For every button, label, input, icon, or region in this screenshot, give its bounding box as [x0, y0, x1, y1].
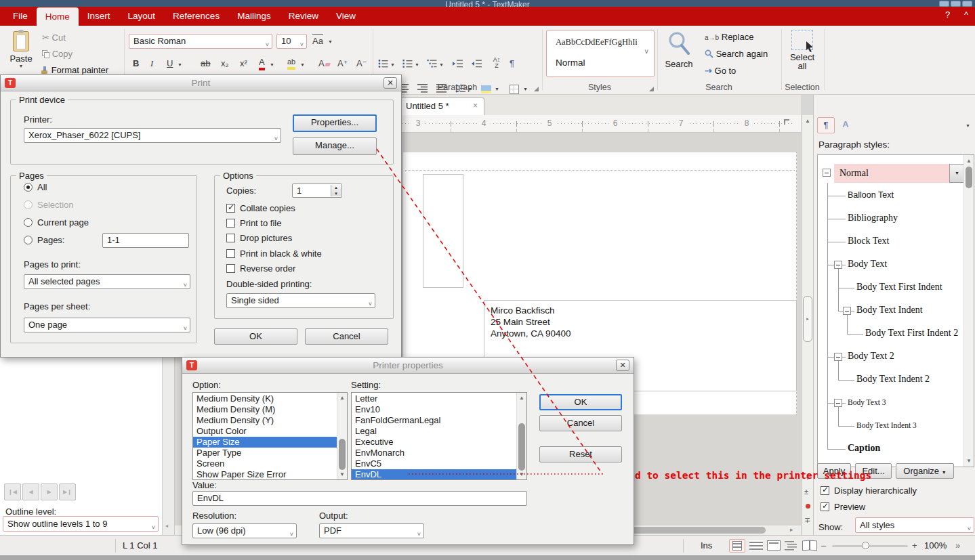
style-dropdown-button[interactable]: ▼ [949, 164, 965, 183]
style-tree-item[interactable]: Body Text First Indent 2 [818, 323, 963, 346]
style-name[interactable]: Body Text 2 [848, 351, 894, 362]
italic-button[interactable]: I [150, 57, 153, 70]
status-overflow-chevrons[interactable]: » [955, 536, 960, 556]
pages-selection-radio[interactable]: Selection [24, 200, 73, 210]
outline-view-button[interactable] [785, 541, 798, 551]
normal-view-button[interactable] [749, 540, 763, 551]
collapse-toggle-icon[interactable] [834, 399, 842, 407]
display-hierarchically-checkbox[interactable]: Display hierarchically [821, 486, 917, 496]
style-name[interactable]: Body Text Indent 3 [856, 421, 917, 429]
decrease-indent-icon[interactable] [472, 59, 482, 68]
font-color-button[interactable]: A [259, 57, 265, 70]
collapse-ribbon-icon[interactable]: ^ [964, 9, 968, 20]
search-button[interactable]: Search [661, 30, 697, 69]
setting-list-item[interactable]: Env10 [352, 404, 516, 415]
print-cancel-button[interactable]: Cancel [305, 328, 388, 345]
option-list-item[interactable]: Screen [193, 458, 337, 469]
browse-object-dot[interactable] [806, 504, 810, 509]
collate-checkbox[interactable]: Collate copies [226, 203, 295, 213]
outline-level-select[interactable]: Show outline levels 1 to 9˅ [3, 516, 159, 532]
replace-button[interactable]: a→b Replace [705, 32, 753, 42]
sender-address-frame[interactable] [423, 174, 463, 288]
minimize-button[interactable] [939, 1, 949, 7]
props-ok-button[interactable]: OK [539, 394, 622, 410]
subscript-button[interactable]: x₂ [221, 57, 229, 70]
setting-list-item[interactable]: EnvMonarch [352, 448, 516, 458]
props-reset-button[interactable]: Reset [539, 446, 622, 462]
print-ok-button[interactable]: OK [214, 328, 297, 345]
paragraph-styles-toggle[interactable]: ¶ [817, 117, 835, 133]
properties-dialog-titlebar[interactable]: T Printer properties ✕ [182, 358, 634, 374]
option-list-item[interactable]: Show Paper Size Error [193, 469, 337, 480]
fullscreen-view-button[interactable] [767, 540, 781, 551]
font-size-combo[interactable]: 10˅ [276, 34, 307, 49]
margin-marker[interactable] [784, 119, 789, 125]
close-tab-icon[interactable]: × [473, 101, 478, 110]
scroll-down-icon[interactable]: ▼ [964, 458, 974, 464]
style-name[interactable]: Caption [848, 443, 880, 454]
goto-button[interactable]: ⇢ Go to [705, 66, 736, 76]
clear-formatting-button[interactable]: A [318, 57, 330, 70]
option-listbox[interactable]: Medium Density (K)Medium Density (M)Medi… [192, 392, 348, 480]
setting-list-item[interactable]: FanFoldGermanLegal [352, 415, 516, 426]
setting-list-item[interactable]: Executive [352, 437, 516, 448]
style-name[interactable]: Balloon Text [848, 190, 894, 200]
format-painter-button[interactable]: Format painter [41, 65, 108, 75]
zoom-slider-track[interactable] [832, 545, 908, 547]
style-tree-item[interactable]: Body Text Indent 3 [818, 415, 963, 438]
option-list-item[interactable]: Medium Density (Y) [193, 415, 337, 426]
ribbon-tab-view[interactable]: View [327, 7, 365, 26]
style-name[interactable]: Body Text 3 [848, 398, 886, 406]
strikethrough-button[interactable]: ab [201, 57, 210, 70]
tree-scrollbar[interactable]: ▲ ▼ [963, 155, 974, 467]
props-cancel-button[interactable]: Cancel [539, 415, 622, 431]
sort-icon[interactable]: A↕Z [492, 57, 501, 69]
style-tree-item[interactable]: Caption [818, 438, 963, 461]
output-select[interactable]: PDF˅ [319, 523, 424, 538]
style-tree-item[interactable]: Body Text [818, 254, 963, 277]
scroll-right-icon[interactable]: ▸ [790, 526, 793, 533]
option-list-item[interactable]: Medium Density (K) [193, 393, 337, 404]
tree-scroll-thumb[interactable] [966, 167, 972, 188]
document-tab[interactable]: Untitled 5 * × [398, 98, 484, 115]
page-view-button[interactable] [729, 539, 745, 553]
next-page-button[interactable]: ▶ [41, 483, 58, 500]
search-again-button[interactable]: Search again [705, 49, 768, 59]
option-list-item[interactable]: Paper Size [193, 437, 337, 448]
page-range-input[interactable]: 1-1 [102, 233, 189, 248]
highlight-button[interactable]: ab [287, 57, 295, 70]
option-list-item[interactable]: Output Color [193, 426, 337, 437]
preview-checkbox[interactable]: Preview [821, 502, 865, 512]
ribbon-tab-insert[interactable]: Insert [79, 7, 119, 26]
setting-list-item[interactable]: EnvC5 [352, 458, 516, 469]
style-name[interactable]: Body Text Indent [856, 305, 923, 316]
setting-list-item[interactable]: Legal [352, 426, 516, 437]
print-dialog-titlebar[interactable]: T Print ✕ [1, 75, 401, 91]
pages-to-print-select[interactable]: All selected pages˅ [24, 274, 190, 289]
browse-down-icon[interactable]: ∓ [804, 516, 810, 525]
copy-button[interactable]: Copy [42, 49, 72, 59]
underline-button[interactable]: U [167, 57, 173, 70]
pages-per-sheet-select[interactable]: One page˅ [24, 318, 190, 332]
zoom-slider-thumb[interactable] [862, 542, 869, 549]
style-tree-item[interactable]: Body Text 3 [818, 392, 963, 415]
bullet-list-icon[interactable] [378, 59, 388, 68]
style-name[interactable]: Normal [834, 164, 949, 183]
font-name-combo[interactable]: Basic Roman˅ [129, 34, 272, 49]
collapse-toggle-icon[interactable] [823, 169, 831, 177]
style-name[interactable]: Bibliography [848, 213, 898, 223]
browse-up-icon[interactable]: ± [804, 488, 808, 496]
setting-list-item[interactable]: EnvDL [352, 469, 516, 480]
ribbon-tab-mailings[interactable]: Mailings [228, 7, 280, 26]
previous-page-button[interactable]: ◀ [22, 483, 39, 500]
style-name[interactable]: Block Text [848, 236, 889, 246]
current-page-radio[interactable]: Current page [24, 217, 89, 228]
select-all-button[interactable]: Selectall [783, 30, 821, 70]
scroll-up-icon[interactable]: ▲ [964, 158, 974, 164]
black-white-checkbox[interactable]: Print in black & white [226, 249, 322, 259]
ribbon-tab-review[interactable]: Review [280, 7, 327, 26]
reverse-order-checkbox[interactable]: Reverse order [226, 263, 295, 274]
style-name[interactable]: Body Text First Indent 2 [865, 328, 958, 339]
ribbon-tab-references[interactable]: References [164, 7, 228, 26]
character-styles-toggle[interactable]: A [837, 117, 854, 133]
